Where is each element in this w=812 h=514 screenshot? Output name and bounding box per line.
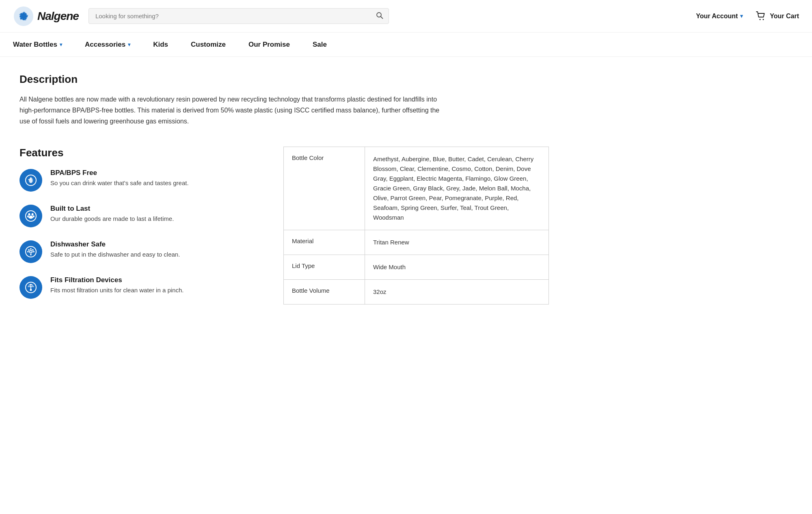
nav-chevron-water-bottles: ▾ xyxy=(60,42,62,48)
svg-line-7 xyxy=(380,16,382,18)
filtration-icon xyxy=(19,276,42,299)
svg-point-15 xyxy=(33,215,35,217)
svg-point-12 xyxy=(28,213,30,216)
spec-value-material: Tritan Renew xyxy=(365,230,549,255)
features-section: Features BPA/BPS Free So yo xyxy=(19,147,283,299)
feature-desc-filtration: Fits most filtration units for clean wat… xyxy=(50,286,184,295)
feature-desc-dishwasher: Safe to put in the dishwasher and easy t… xyxy=(50,250,180,259)
header-right: Your Account ▾ Your Cart xyxy=(696,11,799,21)
nav-label-kids: Kids xyxy=(153,41,168,49)
spec-label-color: Bottle Color xyxy=(284,147,365,230)
spec-value-lid: Wide Mouth xyxy=(365,255,549,279)
svg-rect-19 xyxy=(30,248,32,250)
spec-label-material: Material xyxy=(284,230,365,255)
spec-row-material: Material Tritan Renew xyxy=(284,230,549,255)
account-button[interactable]: Your Account ▾ xyxy=(696,13,743,20)
spec-label-volume: Bottle Volume xyxy=(284,280,365,304)
nav-item-customize[interactable]: Customize xyxy=(179,32,237,56)
spec-value-color: Amethyst, Aubergine, Blue, Butter, Cadet… xyxy=(365,147,549,230)
feature-item-durable: Built to Last Our durable goods are made… xyxy=(19,205,267,227)
nav-item-kids[interactable]: Kids xyxy=(142,32,179,56)
nav-item-accessories[interactable]: Accessories ▾ xyxy=(73,32,142,56)
spec-row-volume: Bottle Volume 32oz xyxy=(284,280,549,304)
svg-point-13 xyxy=(32,213,34,216)
cart-button[interactable]: Your Cart xyxy=(756,11,799,21)
logo-text: Nalgene xyxy=(37,10,79,23)
nav-item-water-bottles[interactable]: Water Bottles ▾ xyxy=(13,32,73,56)
nav-chevron-accessories: ▾ xyxy=(128,42,130,48)
account-label: Your Account xyxy=(696,13,738,20)
svg-rect-21 xyxy=(27,251,29,252)
feature-text-dishwasher: Dishwasher Safe Safe to put in the dishw… xyxy=(50,240,180,259)
main-content: Description All Nalgene bottles are now … xyxy=(0,57,568,324)
cart-icon xyxy=(756,11,767,21)
nav-item-our-promise[interactable]: Our Promise xyxy=(237,32,301,56)
features-title: Features xyxy=(19,147,267,159)
feature-item-bpa: BPA/BPS Free So you can drink water that… xyxy=(19,169,267,192)
logo-icon xyxy=(13,6,34,27)
svg-point-8 xyxy=(760,19,761,20)
feature-name-dishwasher: Dishwasher Safe xyxy=(50,240,180,248)
specs-section: Bottle Color Amethyst, Aubergine, Blue, … xyxy=(283,147,549,305)
svg-rect-22 xyxy=(33,251,35,252)
nav-label-our-promise: Our Promise xyxy=(248,41,290,49)
svg-point-5 xyxy=(22,15,25,18)
dishwasher-icon xyxy=(19,240,42,263)
header: Nalgene Your Account ▾ Your Cart xyxy=(0,0,812,32)
feature-list: BPA/BPS Free So you can drink water that… xyxy=(19,169,267,299)
feature-name-filtration: Fits Filtration Devices xyxy=(50,276,184,284)
description-text: All Nalgene bottles are now made with a … xyxy=(19,94,446,127)
feature-name-bpa: BPA/BPS Free xyxy=(50,169,189,177)
description-title: Description xyxy=(19,73,549,86)
spec-row-lid: Lid Type Wide Mouth xyxy=(284,255,549,280)
search-bar[interactable] xyxy=(89,8,389,24)
nav-bar: Water Bottles ▾ Accessories ▾ Kids Custo… xyxy=(0,32,812,57)
svg-rect-24 xyxy=(32,249,34,251)
svg-rect-23 xyxy=(28,249,30,251)
feature-desc-bpa: So you can drink water that's safe and t… xyxy=(50,179,189,188)
nav-item-sale[interactable]: Sale xyxy=(301,32,338,56)
cart-label: Your Cart xyxy=(770,13,799,20)
feature-name-durable: Built to Last xyxy=(50,205,174,213)
feature-text-durable: Built to Last Our durable goods are made… xyxy=(50,205,174,224)
nav-label-water-bottles: Water Bottles xyxy=(13,41,57,49)
feature-desc-durable: Our durable goods are made to last a lif… xyxy=(50,214,174,224)
account-chevron-icon: ▾ xyxy=(740,13,743,19)
feature-text-bpa: BPA/BPS Free So you can drink water that… xyxy=(50,169,189,188)
logo[interactable]: Nalgene xyxy=(13,6,79,27)
feature-text-filtration: Fits Filtration Devices Fits most filtra… xyxy=(50,276,184,295)
svg-point-18 xyxy=(30,251,32,253)
feature-item-dishwasher: Dishwasher Safe Safe to put in the dishw… xyxy=(19,240,267,263)
spec-value-volume: 32oz xyxy=(365,280,549,304)
nav-label-accessories: Accessories xyxy=(85,41,125,49)
feature-item-filtration: Fits Filtration Devices Fits most filtra… xyxy=(19,276,267,299)
spec-label-lid: Lid Type xyxy=(284,255,365,279)
svg-point-26 xyxy=(30,289,32,291)
nav-label-customize: Customize xyxy=(191,41,226,49)
svg-point-9 xyxy=(763,19,764,20)
svg-point-14 xyxy=(27,215,29,217)
svg-rect-20 xyxy=(30,254,32,255)
durable-icon xyxy=(19,205,42,227)
nav-label-sale: Sale xyxy=(313,41,327,49)
search-input[interactable] xyxy=(89,8,389,24)
description-section: Description All Nalgene bottles are now … xyxy=(19,73,549,127)
spec-row-color: Bottle Color Amethyst, Aubergine, Blue, … xyxy=(284,147,549,230)
bpa-icon xyxy=(19,169,42,192)
features-specs-row: Features BPA/BPS Free So yo xyxy=(19,147,549,305)
search-icon xyxy=(376,12,383,21)
